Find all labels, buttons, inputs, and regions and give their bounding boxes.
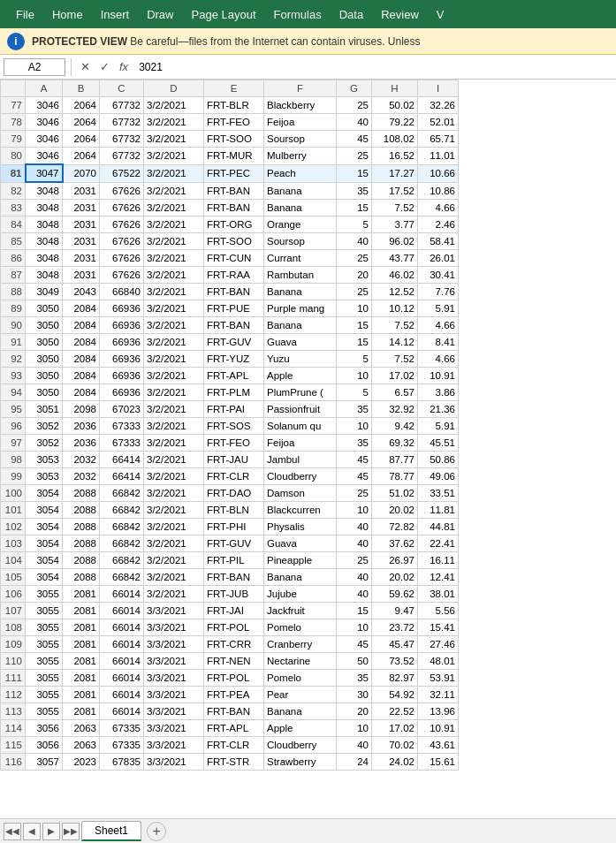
cell-h85[interactable]: 96.02 [372,233,418,250]
name-box[interactable] [4,58,65,76]
cell-e77[interactable]: FRT-BLR [204,97,264,114]
cell-d98[interactable]: 3/2/2021 [144,452,204,468]
cell-h103[interactable]: 37.62 [372,535,418,552]
cell-d116[interactable]: 3/3/2021 [144,754,204,771]
row-number[interactable]: 95 [1,401,26,418]
cell-i106[interactable]: 38.01 [418,586,459,603]
tab-nav-prev[interactable]: ◀ [23,823,41,840]
cell-c103[interactable]: 66842 [100,535,144,552]
row-number[interactable]: 103 [1,535,26,552]
cell-g97[interactable]: 35 [337,435,372,452]
cell-f107[interactable]: Jackfruit [264,603,337,619]
cell-d83[interactable]: 3/2/2021 [144,200,204,216]
cell-c104[interactable]: 66842 [100,552,144,569]
row-number[interactable]: 109 [1,636,26,653]
cell-i88[interactable]: 7.76 [418,284,459,300]
cell-h83[interactable]: 7.52 [372,200,418,216]
cell-i104[interactable]: 16.11 [418,552,459,569]
cell-b107[interactable]: 2081 [63,603,100,619]
cell-f110[interactable]: Nectarine [264,653,337,670]
cell-e108[interactable]: FRT-POL [204,619,264,636]
cell-g89[interactable]: 10 [337,300,372,317]
cell-h90[interactable]: 7.52 [372,317,418,334]
cell-e115[interactable]: FRT-CLR [204,737,264,754]
cell-e87[interactable]: FRT-RAA [204,267,264,284]
cell-h105[interactable]: 20.02 [372,569,418,586]
cell-g102[interactable]: 40 [337,519,372,535]
cell-h110[interactable]: 73.52 [372,653,418,670]
tab-nav-next[interactable]: ▶ [42,823,60,840]
cell-i79[interactable]: 65.71 [418,131,459,148]
cell-b86[interactable]: 2031 [63,250,100,267]
cell-i103[interactable]: 22.41 [418,535,459,552]
cell-d105[interactable]: 3/2/2021 [144,569,204,586]
cell-c86[interactable]: 67626 [100,250,144,267]
cell-c81[interactable]: 67522 [100,164,144,182]
cell-c113[interactable]: 66014 [100,703,144,720]
menu-home[interactable]: Home [43,4,92,25]
cell-e82[interactable]: FRT-BAN [204,182,264,200]
cell-f100[interactable]: Damson [264,485,337,502]
cell-e103[interactable]: FRT-GUV [204,535,264,552]
sheet-tab-sheet1[interactable]: Sheet1 [81,821,141,841]
row-number[interactable]: 83 [1,200,26,216]
cell-d104[interactable]: 3/2/2021 [144,552,204,569]
row-number[interactable]: 79 [1,131,26,148]
cell-a85[interactable]: 3048 [26,233,63,250]
cell-b98[interactable]: 2032 [63,452,100,468]
cell-f92[interactable]: Yuzu [264,351,337,368]
row-number[interactable]: 107 [1,603,26,619]
row-number[interactable]: 105 [1,569,26,586]
cell-c116[interactable]: 67835 [100,754,144,771]
cell-g111[interactable]: 35 [337,670,372,687]
cell-h101[interactable]: 20.02 [372,502,418,519]
cell-a106[interactable]: 3055 [26,586,63,603]
cell-h92[interactable]: 7.52 [372,351,418,368]
cell-d77[interactable]: 3/2/2021 [144,97,204,114]
col-header-b[interactable]: B [63,80,100,97]
cell-a90[interactable]: 3050 [26,317,63,334]
row-number[interactable]: 88 [1,284,26,300]
cell-b102[interactable]: 2088 [63,519,100,535]
cell-f79[interactable]: Soursop [264,131,337,148]
cell-e81[interactable]: FRT-PEC [204,164,264,182]
cell-e111[interactable]: FRT-POL [204,670,264,687]
cell-c102[interactable]: 66842 [100,519,144,535]
cell-f95[interactable]: Passionfruit [264,401,337,418]
cell-f90[interactable]: Banana [264,317,337,334]
cell-e78[interactable]: FRT-FEO [204,114,264,131]
cell-i90[interactable]: 4.66 [418,317,459,334]
cell-a81[interactable]: 3047 [26,164,63,182]
cell-g107[interactable]: 15 [337,603,372,619]
cell-a105[interactable]: 3054 [26,569,63,586]
cell-c88[interactable]: 66840 [100,284,144,300]
cell-c89[interactable]: 66936 [100,300,144,317]
cell-b78[interactable]: 2064 [63,114,100,131]
cell-a87[interactable]: 3048 [26,267,63,284]
cell-a88[interactable]: 3049 [26,284,63,300]
cell-c93[interactable]: 66936 [100,368,144,384]
cell-f89[interactable]: Purple mang [264,300,337,317]
cell-i115[interactable]: 43.61 [418,737,459,754]
cell-f84[interactable]: Orange [264,216,337,233]
cell-e100[interactable]: FRT-DAO [204,485,264,502]
cell-d109[interactable]: 3/3/2021 [144,636,204,653]
cell-c77[interactable]: 67732 [100,97,144,114]
cell-a92[interactable]: 3050 [26,351,63,368]
cell-c91[interactable]: 66936 [100,334,144,351]
cell-d89[interactable]: 3/2/2021 [144,300,204,317]
cell-f77[interactable]: Blackberry [264,97,337,114]
cell-e84[interactable]: FRT-ORG [204,216,264,233]
cell-f103[interactable]: Guava [264,535,337,552]
cell-g100[interactable]: 25 [337,485,372,502]
cell-i91[interactable]: 8.41 [418,334,459,351]
cell-f96[interactable]: Solanum qu [264,418,337,435]
cell-f83[interactable]: Banana [264,200,337,216]
cell-b93[interactable]: 2084 [63,368,100,384]
row-number[interactable]: 110 [1,653,26,670]
cell-e99[interactable]: FRT-CLR [204,468,264,485]
row-number[interactable]: 101 [1,502,26,519]
cell-b96[interactable]: 2036 [63,418,100,435]
row-number[interactable]: 99 [1,468,26,485]
row-number[interactable]: 113 [1,703,26,720]
